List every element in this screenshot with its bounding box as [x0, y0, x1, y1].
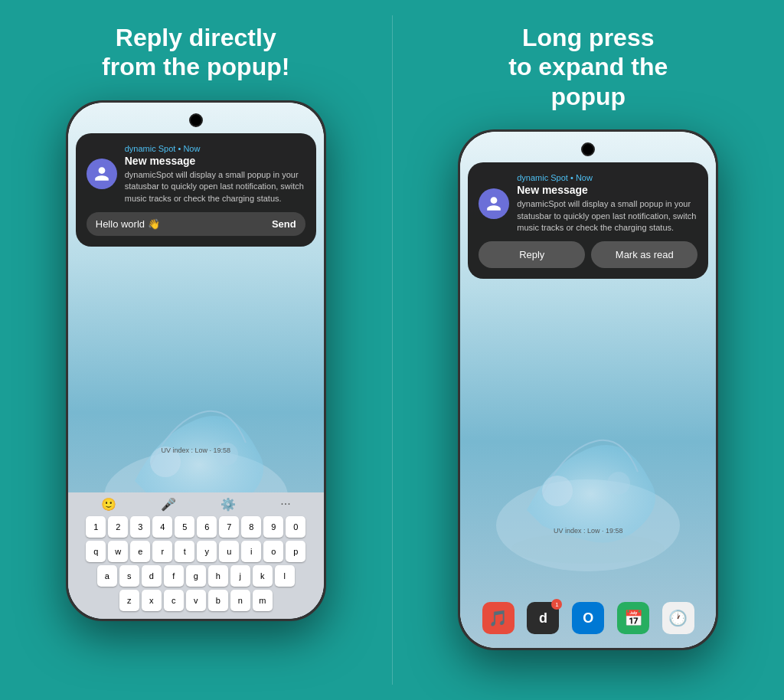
- key-r[interactable]: r: [152, 541, 172, 562]
- uv-status-right: UV index : Low · 19:58: [460, 527, 716, 535]
- send-button[interactable]: Send: [272, 218, 296, 230]
- badge-dynamic: 1: [551, 599, 562, 610]
- left-headline: Reply directly from the popup!: [102, 23, 289, 82]
- dock-icon-outlook[interactable]: O: [572, 602, 604, 634]
- wallpaper-left: dynamic Spot • Now New message dynamicSp…: [68, 103, 324, 619]
- reply-input-area[interactable]: Hello world 👋 Send: [87, 212, 305, 236]
- notif-app-name-right: dynamic Spot: [517, 173, 568, 182]
- key-i[interactable]: i: [241, 541, 261, 562]
- key-p[interactable]: p: [286, 541, 305, 562]
- left-phone: dynamic Spot • Now New message dynamicSp…: [66, 100, 326, 621]
- dock-icon-clock-wrap: 🕐: [662, 602, 694, 634]
- dock-icon-music-wrap: 🎵: [482, 602, 514, 634]
- notif-content-right: dynamic Spot • Now New message dynamicSp…: [517, 173, 697, 234]
- wallpaper-right: dynamic Spot • Now New message dynamicSp…: [460, 132, 716, 648]
- key-c[interactable]: c: [164, 590, 184, 611]
- phone-screen-left: dynamic Spot • Now New message dynamicSp…: [68, 103, 324, 619]
- asdf-row: a s d f g h j k l: [71, 565, 321, 587]
- key-0[interactable]: 0: [286, 516, 305, 538]
- right-phone: dynamic Spot • Now New message dynamicSp…: [458, 129, 718, 650]
- notif-body-left: dynamicSpot will display a small popup i…: [125, 169, 305, 204]
- app4-icon: 📅: [624, 609, 643, 627]
- key-4[interactable]: 4: [152, 516, 172, 538]
- reply-input-text[interactable]: Hello world 👋: [96, 218, 266, 230]
- qwerty-row: q w e r t y u i o p: [71, 541, 321, 562]
- svg-point-7: [511, 533, 665, 564]
- mic-icon[interactable]: 🎤: [161, 497, 176, 512]
- notification-popup-right: dynamic Spot • Now New message dynamicSp…: [468, 162, 708, 279]
- key-1[interactable]: 1: [86, 516, 106, 538]
- key-m[interactable]: m: [253, 590, 273, 611]
- notif-time-right: Now: [576, 173, 593, 182]
- mark-as-read-button[interactable]: Mark as read: [591, 241, 697, 268]
- right-headline: Long press to expand the popup: [473, 23, 703, 111]
- left-headline-line2: from the popup!: [102, 53, 289, 80]
- key-d[interactable]: d: [142, 565, 162, 587]
- right-headline-line1: Long press: [522, 24, 654, 51]
- phone-screen-right: dynamic Spot • Now New message dynamicSp…: [460, 132, 716, 648]
- key-w[interactable]: w: [108, 541, 128, 562]
- dock-icon-app4[interactable]: 📅: [617, 602, 649, 634]
- notif-avatar-left: [87, 159, 117, 189]
- key-a[interactable]: a: [97, 565, 117, 587]
- key-q[interactable]: q: [86, 541, 106, 562]
- right-side-button-right-phone: [716, 224, 718, 270]
- notif-time: Now: [183, 144, 200, 153]
- clock-icon: 🕐: [668, 609, 688, 627]
- key-8[interactable]: 8: [241, 516, 261, 538]
- dock-icon-app4-wrap: 📅: [617, 602, 649, 634]
- action-buttons-area: Reply Mark as read: [479, 241, 697, 268]
- more-icon[interactable]: ···: [280, 497, 290, 512]
- number-row: 1 2 3 4 5 6 7 8 9 0: [71, 516, 321, 538]
- keyboard-toolbar: 🙂 🎤 ⚙️ ···: [71, 497, 321, 512]
- key-y[interactable]: y: [197, 541, 217, 562]
- svg-point-6: [607, 472, 630, 495]
- key-v[interactable]: v: [186, 590, 206, 611]
- left-headline-line1: Reply directly: [116, 24, 276, 51]
- key-7[interactable]: 7: [219, 516, 239, 538]
- key-2[interactable]: 2: [108, 516, 128, 538]
- emoji-icon[interactable]: 🙂: [101, 497, 116, 512]
- key-s[interactable]: s: [119, 565, 139, 587]
- notif-avatar-right: [479, 188, 509, 219]
- dynamic-icon: d: [539, 610, 547, 626]
- notif-title-right: New message: [517, 184, 697, 196]
- right-headline-line2: to expand the popup: [508, 53, 668, 110]
- music-icon: 🎵: [488, 609, 508, 627]
- key-h[interactable]: h: [208, 565, 228, 587]
- key-b[interactable]: b: [208, 590, 228, 611]
- outlook-icon: O: [583, 610, 593, 626]
- key-g[interactable]: g: [186, 565, 206, 587]
- key-e[interactable]: e: [130, 541, 150, 562]
- key-o[interactable]: o: [263, 541, 283, 562]
- key-3[interactable]: 3: [130, 516, 150, 538]
- water-splash-right: [481, 372, 695, 587]
- notif-app-line-left: dynamic Spot • Now: [125, 144, 305, 153]
- notif-content-left: dynamic Spot • Now New message dynamicSp…: [125, 144, 305, 204]
- key-l[interactable]: l: [275, 565, 295, 587]
- zxcv-row: z x c v b n m: [71, 590, 321, 611]
- notif-body-right: dynamicSpot will display a small popup i…: [517, 198, 697, 234]
- uv-status-left: UV index : Low · 19:58: [68, 446, 324, 454]
- key-t[interactable]: t: [175, 541, 194, 562]
- key-f[interactable]: f: [164, 565, 184, 587]
- notif-app-line-right: dynamic Spot • Now: [517, 173, 697, 182]
- key-n[interactable]: n: [230, 590, 250, 611]
- key-6[interactable]: 6: [197, 516, 217, 538]
- svg-point-5: [542, 476, 573, 506]
- key-5[interactable]: 5: [175, 516, 194, 538]
- key-x[interactable]: x: [142, 590, 162, 611]
- notif-title-left: New message: [125, 155, 305, 167]
- notif-header-left: dynamic Spot • Now New message dynamicSp…: [87, 144, 305, 204]
- key-u[interactable]: u: [219, 541, 239, 562]
- reply-button[interactable]: Reply: [479, 241, 585, 268]
- dock-icon-dynamic-wrap: d 1: [527, 602, 559, 634]
- settings-icon[interactable]: ⚙️: [220, 497, 236, 512]
- key-j[interactable]: j: [230, 565, 250, 587]
- dock-icon-outlook-wrap: O: [572, 602, 604, 634]
- dock-icon-music[interactable]: 🎵: [482, 602, 514, 634]
- key-k[interactable]: k: [253, 565, 273, 587]
- key-z[interactable]: z: [119, 590, 139, 611]
- dock-icon-clock[interactable]: 🕐: [662, 602, 694, 634]
- key-9[interactable]: 9: [263, 516, 283, 538]
